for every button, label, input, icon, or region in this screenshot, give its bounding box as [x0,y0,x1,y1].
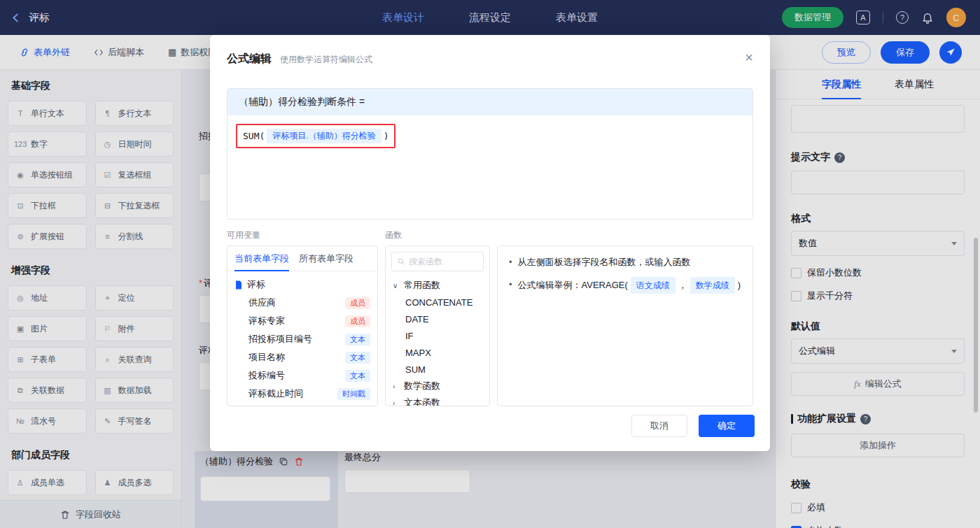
functions-panel: ∨ 常用函数 CONCATENATE DATE IF MAPX SUM › 数学… [385,245,490,406]
close-icon[interactable]: × [745,50,753,64]
tab-current-form-fields[interactable]: 当前表单字段 [234,246,289,271]
formula-suffix: ) [384,131,389,141]
variable-name: 评标截止时间 [248,387,303,400]
function-group-label: 文本函数 [404,397,440,406]
variables-root-node[interactable]: 评标 [234,276,370,294]
function-group-label: 数学函数 [404,380,440,392]
chevron-right-icon: › [393,399,400,407]
document-icon [234,280,243,290]
functions-column: 函数 ∨ 常用函数 CONCATENATE DATE IF MAPX SUM [385,229,490,406]
function-item[interactable]: CONCATENATE [386,294,489,311]
formula-field-tag[interactable]: 评标项目.（辅助）得分检验 [267,129,381,143]
function-group-text[interactable]: › 文本函数 [386,394,489,406]
tip-example-separator: ， [678,278,687,293]
tip-row: • 从左侧面板选择字段名和函数，或输入函数 [509,255,741,270]
variable-name: 项目名称 [248,351,285,364]
formula-expression-highlight[interactable]: SUM( 评标项目.（辅助）得分检验 ) [236,124,396,148]
chevron-right-icon: › [393,383,400,390]
variables-title: 可用变量 [227,229,378,240]
modal-header: 公式编辑 使用数学运算符编辑公式 × [210,35,770,66]
tips-title-spacer [497,229,753,240]
variable-name: 招投标项目编号 [248,333,312,345]
tip-example: 公式编辑举例：AVERAGE( 语文成绩 ， 数学成绩 ) [518,277,741,294]
bullet-icon: • [509,255,512,270]
variable-row[interactable]: 项目名称文本 [234,348,370,366]
variable-row[interactable]: 投标编号文本 [234,366,370,385]
tips-column: • 从左侧面板选择字段名和函数，或输入函数 • 公式编辑举例：AVERAGE( … [497,229,753,406]
modal-subtitle: 使用数学运算符编辑公式 [280,54,372,66]
search-icon [398,257,405,266]
field-type-tag: 文本 [345,334,370,345]
variable-name: 投标编号 [248,369,285,382]
function-item[interactable]: DATE [386,311,489,327]
tip-row: • 公式编辑举例：AVERAGE( 语文成绩 ， 数学成绩 ) [509,277,741,294]
app-root: 评标 表单设计 流程设定 表单设置 数据管理 A ? C 表单外链 [0,0,980,528]
formula-editor-area[interactable]: SUM( 评标项目.（辅助）得分检验 ) [227,115,752,219]
tip-example-prefix: 公式编辑举例：AVERAGE( [518,278,628,293]
function-item[interactable]: IF [386,327,489,344]
formula-target-strip: （辅助）得分检验判断条件 = [227,89,752,115]
bullet-icon: • [509,277,512,292]
variable-row[interactable]: 招投标项目编号文本 [234,330,370,348]
function-search-input[interactable] [409,257,477,266]
variables-panel: 当前表单字段 所有表单字段 评标 供应商成员 评标专家成员 招投标项目编号文本 … [227,245,378,406]
cancel-button[interactable]: 取消 [631,415,687,437]
modal-title: 公式编辑 [227,52,272,66]
modal-footer: 取消 确定 [210,415,770,451]
field-type-tag: 时间戳 [337,388,370,400]
field-type-tag: 文本 [345,352,370,364]
function-item[interactable]: MAPX [386,344,489,361]
variable-name: 评标专家 [248,315,285,327]
field-type-tag: 文本 [345,370,370,382]
function-group-label: 常用函数 [404,279,440,292]
confirm-button[interactable]: 确定 [699,415,755,437]
function-search[interactable] [391,252,484,271]
function-item[interactable]: SUM [386,361,489,378]
field-type-tag: 成员 [345,315,370,327]
variables-root-label: 评标 [247,278,265,291]
variable-row[interactable]: 评标专家成员 [234,312,370,330]
example-field-tag: 数学成绩 [690,277,735,294]
formula-box: （辅助）得分检验判断条件 = SUM( 评标项目.（辅助）得分检验 ) [227,88,753,220]
variable-row[interactable]: 供应商成员 [234,294,370,312]
variable-name: 供应商 [248,297,276,309]
tip-example-suffix: ) [738,278,741,293]
field-type-tag: 成员 [345,297,370,309]
function-group-math[interactable]: › 数学函数 [386,378,489,394]
functions-title: 函数 [385,229,490,240]
variables-tree: 评标 供应商成员 评标专家成员 招投标项目编号文本 项目名称文本 投标编号文本 … [227,271,377,403]
chevron-down-icon: ∨ [393,282,400,290]
tip-text: 从左侧面板选择字段名和函数，或输入函数 [518,255,691,270]
formula-editor-modal: 公式编辑 使用数学运算符编辑公式 × （辅助）得分检验判断条件 = SUM( 评… [210,35,770,451]
modal-columns: 可用变量 当前表单字段 所有表单字段 评标 供应商成员 评标专家成员 招投标项目… [227,229,753,406]
example-field-tag: 语文成绩 [631,277,676,294]
function-group-common[interactable]: ∨ 常用函数 [386,277,489,294]
variable-row[interactable]: 评标截止时间时间戳 [234,385,370,403]
tab-all-form-fields[interactable]: 所有表单字段 [299,246,354,271]
formula-prefix: SUM( [243,131,265,141]
variables-column: 可用变量 当前表单字段 所有表单字段 评标 供应商成员 评标专家成员 招投标项目… [227,229,378,406]
tips-panel: • 从左侧面板选择字段名和函数，或输入函数 • 公式编辑举例：AVERAGE( … [497,245,753,406]
variables-tabs: 当前表单字段 所有表单字段 [227,246,377,271]
formula-target-label: （辅助）得分检验判断条件 = [239,96,365,108]
